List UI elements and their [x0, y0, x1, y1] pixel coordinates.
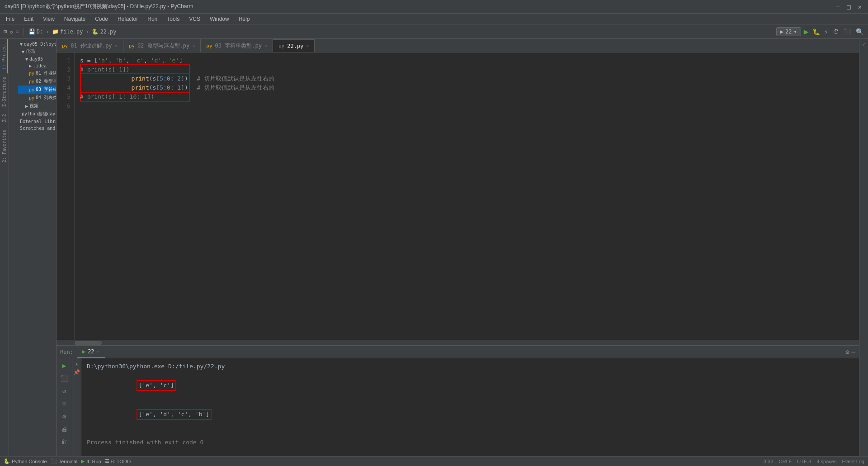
tree-file-01[interactable]: py 01 作业讲...	[18, 69, 56, 77]
menu-vcs[interactable]: VCS	[185, 15, 204, 23]
menu-run[interactable]: Run	[144, 15, 161, 23]
project-panel: ▼ day05 D:\python... ▼ 代码 ▼ day05 ▶ .ide…	[9, 39, 57, 456]
breadcrumb-22py[interactable]: 🐍 22.py	[92, 29, 116, 35]
tree-external-libs[interactable]: External Libraries	[18, 118, 56, 125]
tree-code-folder[interactable]: ▼ 代码	[18, 48, 56, 56]
horizontal-scrollbar[interactable]	[57, 340, 859, 345]
terminal-label: Terminal	[59, 459, 78, 464]
run-button[interactable]: ▶	[804, 27, 809, 36]
tree-arrow-icon: ▼	[20, 42, 23, 47]
tab-02-close[interactable]: ✕	[192, 43, 195, 48]
bottom-tabs: Run: ▶ 22 ✕ ⚙ ─	[57, 346, 859, 358]
code-editor[interactable]: 1 2 3 4 5 6 s = [ 'a' , 'b' ,	[57, 52, 859, 340]
video-label: 视频	[29, 103, 38, 109]
project-tab[interactable]: 1: Project	[0, 39, 8, 73]
py-icon-01: py	[29, 71, 34, 76]
menu-navigate[interactable]: Navigate	[61, 15, 89, 23]
tab-02[interactable]: py 02 整型与浮点型.py ✕	[123, 39, 201, 52]
run-tab-close[interactable]: ✕	[97, 349, 99, 354]
run-status-label: 4: Run	[86, 459, 101, 464]
profile-button[interactable]: ⏱	[832, 27, 840, 36]
minimize-button[interactable]: ─	[834, 3, 841, 10]
output-highlight-1: ['e', 'c']	[137, 380, 176, 391]
run-status-icon: ▶	[81, 458, 85, 464]
run-scroll-btn[interactable]: ≡	[61, 399, 67, 409]
py-icon-04: py	[29, 95, 34, 100]
tab-03[interactable]: py 03 字符串类型.py ✕	[201, 39, 273, 52]
structure-tab[interactable]: Z-Structure	[1, 73, 8, 110]
tab-03-close[interactable]: ✕	[264, 43, 267, 48]
scrollbar-thumb[interactable]	[75, 341, 102, 345]
debug-button[interactable]: 🐛	[811, 27, 821, 36]
run-print-btn[interactable]: 🖨	[60, 424, 69, 434]
menu-view[interactable]: View	[39, 15, 58, 23]
status-position[interactable]: 3:33	[764, 459, 773, 464]
maximize-button[interactable]: □	[845, 3, 852, 10]
tree-python-folder[interactable]: python基础day	[18, 110, 56, 118]
z2-tab[interactable]: Z-2	[1, 110, 8, 126]
menu-window[interactable]: Window	[206, 15, 233, 23]
menu-edit[interactable]: Edit	[20, 15, 37, 23]
menu-help[interactable]: Help	[235, 15, 254, 23]
menu-tools[interactable]: Tools	[163, 15, 183, 23]
folder-arrow-icon: ▼	[22, 49, 24, 54]
status-encoding[interactable]: UTF-8	[797, 459, 811, 464]
line-num-2: 2	[57, 65, 74, 74]
run-status-button[interactable]: ▶ 4: Run	[81, 458, 101, 464]
terminal-button[interactable]: ⬛ Terminal	[51, 458, 78, 464]
status-indent[interactable]: 4 spaces	[816, 459, 836, 464]
breadcrumb-d[interactable]: 💾 D:	[28, 29, 43, 35]
toolbar-icon-3[interactable]: ≡	[15, 29, 19, 35]
todo-button[interactable]: ☰ 6: TODO	[105, 458, 131, 464]
breadcrumb-sep2: ›	[86, 28, 90, 35]
tree-file-04[interactable]: py 04 列表类...	[18, 94, 56, 102]
tree-root[interactable]: ▼ day05 D:\python...	[18, 41, 56, 48]
close-button[interactable]: ✕	[856, 3, 863, 10]
run-stop-btn[interactable]: ⬛	[59, 373, 70, 383]
coverage-button[interactable]: ⚡	[824, 27, 829, 36]
python-console-icon: 🐍	[4, 458, 10, 464]
settings-icon[interactable]: ⚙	[845, 348, 849, 356]
run-tab-22[interactable]: ▶ 22 ✕	[77, 346, 105, 358]
tab-22[interactable]: py 22.py ✕	[273, 39, 315, 52]
tree-idea-folder[interactable]: ▶ .idea	[18, 62, 56, 69]
run-config-dropdown[interactable]: ▶ 22 ▾	[776, 27, 801, 36]
tab-22-close[interactable]: ✕	[306, 43, 309, 48]
tree-video-folder[interactable]: ▶ 视频	[18, 102, 56, 110]
idea-arrow-icon: ▶	[29, 63, 32, 68]
tab-01-label: 01 作业讲解.py	[71, 42, 112, 50]
tab-01-close[interactable]: ✕	[115, 43, 118, 48]
window-title: day05 [D:\python教学\python脱产10期视频\day05] …	[5, 3, 193, 10]
fav-star-icon[interactable]: ★	[75, 361, 78, 367]
favorites-tab[interactable]: 2: Favorites	[1, 126, 8, 166]
tree-scratches[interactable]: Scratches and Cor	[18, 125, 56, 132]
tab-01[interactable]: py 01 作业讲解.py ✕	[57, 39, 123, 52]
run-clear-btn[interactable]: 🗑	[60, 437, 69, 447]
toolbar-icon-1[interactable]: ⊞	[4, 29, 7, 35]
python-console-button[interactable]: 🐍 Python Console	[4, 458, 47, 464]
minimize-panel-icon[interactable]: ─	[852, 348, 855, 356]
search-button[interactable]: 🔍	[855, 27, 864, 36]
menu-code[interactable]: Code	[91, 15, 112, 23]
run-rerun-btn[interactable]: ↺	[61, 386, 67, 396]
menu-refactor[interactable]: Refactor	[114, 15, 142, 23]
toolbar-icon-2[interactable]: ↺	[9, 29, 13, 35]
line-numbers: 1 2 3 4 5 6	[57, 52, 75, 340]
tree-file-02[interactable]: py 02 整型与...	[18, 77, 56, 86]
run-green-btn[interactable]: ▶	[61, 361, 67, 371]
py-icon-02: py	[29, 79, 34, 84]
status-event-log[interactable]: Event Log	[842, 459, 864, 464]
menu-file[interactable]: File	[2, 15, 18, 23]
stop-button[interactable]: ⬛	[843, 27, 852, 36]
right-check-icon[interactable]: ✓	[862, 41, 865, 48]
var-s: s	[80, 56, 84, 65]
tree-file-03[interactable]: py 03 字符串...	[18, 86, 56, 94]
run-settings-btn[interactable]: ⚙	[61, 411, 67, 421]
status-left: 🐍 Python Console ⬛ Terminal ▶ 4: Run ☰ 6…	[4, 458, 131, 464]
breadcrumb-filepy[interactable]: 📁 file.py	[52, 29, 83, 35]
fav-pin-icon[interactable]: 📌	[73, 369, 80, 376]
window-controls[interactable]: ─ □ ✕	[834, 3, 863, 10]
tree-day05-folder[interactable]: ▼ day05	[18, 56, 56, 62]
code-content[interactable]: s = [ 'a' , 'b' , 'c' , 'd' , 'e' ]	[75, 52, 859, 340]
status-line-ending[interactable]: CRLF	[779, 459, 792, 464]
